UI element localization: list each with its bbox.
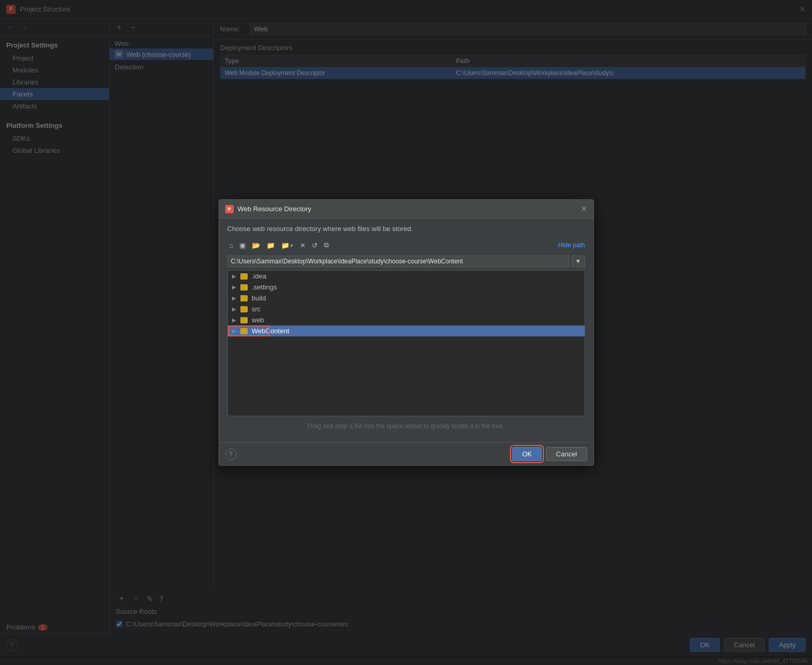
modal-toolbar: ⌂ ▣ 📂 📁 📁+ ✕ ↺ ⧉ Hide path [227,238,585,252]
toolbar-folder-button[interactable]: 📁 [264,240,277,250]
drag-hint: Drag and drop a file into the space abov… [227,416,585,436]
hide-path-button[interactable]: Hide path [558,241,585,249]
modal-body: Choose web resource directory where web … [219,219,593,442]
tree-item-label: .idea [252,272,266,280]
tree-arrow: ▶ [232,317,238,323]
modal-footer-buttons: OK Cancel [512,447,587,461]
folder-icon [240,306,248,312]
modal-help-button[interactable]: ? [225,449,237,460]
toolbar-desktop-button[interactable]: ▣ [237,240,248,250]
modal-overlay: P Web Resource Directory ✕ Choose web re… [0,0,812,665]
modal-title: Web Resource Directory [238,205,580,213]
tree-item-label: src [252,305,261,313]
modal-title-bar: P Web Resource Directory ✕ [219,200,593,219]
toolbar-folder-plus-button[interactable]: 📁+ [279,240,296,250]
tree-item-settings[interactable]: ▶ .settings [228,282,585,293]
modal-icon: P [225,205,234,213]
modal-description: Choose web resource directory where web … [227,225,585,233]
modal-cancel-button[interactable]: Cancel [546,447,587,461]
folder-icon [240,273,248,280]
tree-item-label: build [252,294,266,302]
tree-item-label: .settings [252,283,277,291]
tree-item-build[interactable]: ▶ build [228,293,585,304]
path-row: ▼ [227,256,585,267]
ok-button-wrapper: OK [512,447,542,461]
tree-item-web[interactable]: ▶ web [228,315,585,325]
modal-footer: ? OK Cancel [219,442,593,465]
toolbar-home-button[interactable]: ⌂ [227,240,236,250]
main-window: P Project Structure ✕ ← → Project Settin… [0,0,812,665]
tree-arrow: ▶ [232,328,238,334]
path-input[interactable] [227,256,569,267]
tree-arrow: ▶ [232,306,238,312]
tree-arrow: ▶ [232,295,238,301]
modal-dialog: P Web Resource Directory ✕ Choose web re… [219,199,594,466]
tree-item-src[interactable]: ▶ src [228,304,585,315]
toolbar-refresh-button[interactable]: ↺ [310,240,320,250]
tree-item-idea[interactable]: ▶ .idea [228,271,585,282]
tree-arrow: ▶ [232,284,238,290]
folder-icon [240,328,248,334]
toolbar-copy-button[interactable]: ⧉ [322,240,331,250]
folder-icon [240,295,248,301]
toolbar-folder-open-button[interactable]: 📂 [250,240,262,250]
tree-item-webcontent[interactable]: ▶ WebContent [228,325,585,336]
file-tree[interactable]: ▶ .idea ▶ .settings ▶ build [227,270,585,416]
modal-close-button[interactable]: ✕ [580,204,587,214]
tree-item-label: WebContent [252,327,289,335]
folder-icon [240,284,248,291]
folder-icon [240,317,248,323]
tree-arrow: ▶ [232,273,238,279]
path-dropdown-button[interactable]: ▼ [572,256,585,267]
modal-ok-button[interactable]: OK [512,447,542,461]
toolbar-delete-button[interactable]: ✕ [298,240,308,250]
tree-item-label: web [252,316,264,324]
